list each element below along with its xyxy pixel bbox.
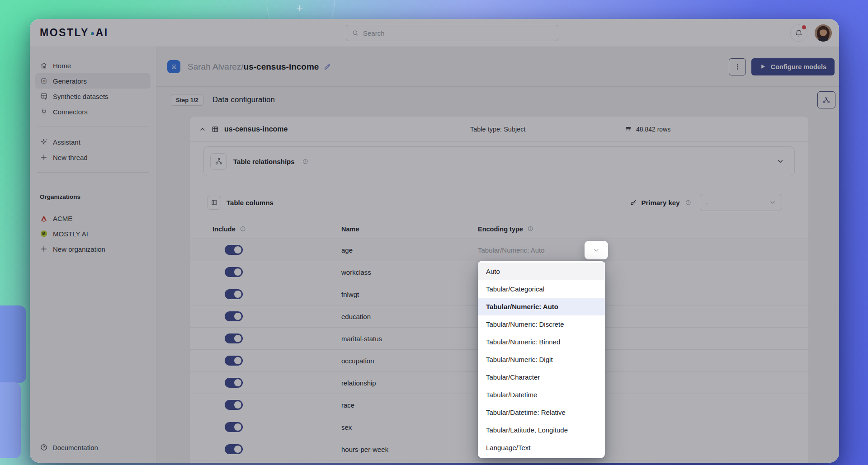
dropdown-option-label: Tabular/Numeric: Discrete	[486, 320, 564, 328]
dropdown-option-label: Language/Text	[486, 444, 530, 451]
dropdown-option[interactable]: Tabular/Numeric: Digit	[478, 351, 605, 368]
dropdown-option-label: Tabular/Character	[486, 373, 540, 381]
dropdown-option[interactable]: Tabular/Latitude, Longitude	[478, 421, 605, 439]
dropdown-option-label: Tabular/Categorical	[486, 285, 544, 293]
dropdown-option[interactable]: Auto	[478, 263, 605, 280]
dropdown-option-label: Auto	[486, 268, 500, 275]
dropdown-option[interactable]: Tabular/Categorical	[478, 280, 605, 298]
dropdown-option[interactable]: Tabular/Numeric: Binned	[478, 333, 605, 351]
dim-overlay	[30, 19, 839, 463]
backdrop-plus-shape: +	[296, 1, 303, 15]
encoding-type-dropdown: Auto Tabular/Categorical Tabular/Numeric…	[478, 261, 605, 458]
dropdown-option-label: Tabular/Datetime	[486, 391, 537, 399]
dropdown-option-label: Tabular/Numeric: Binned	[486, 338, 560, 346]
dropdown-option-label: Tabular/Numeric: Auto	[486, 303, 558, 310]
dropdown-option-label: Tabular/Datetime: Relative	[486, 409, 566, 416]
screen: + MOSTLY AI	[0, 0, 868, 465]
encoding-select-trigger[interactable]	[585, 241, 608, 259]
backdrop-shape	[0, 382, 21, 458]
backdrop-shape	[0, 305, 26, 383]
dropdown-option[interactable]: Tabular/Datetime: Relative	[478, 404, 605, 421]
dropdown-option[interactable]: Tabular/Datetime	[478, 386, 605, 404]
chevron-down-icon	[593, 247, 600, 254]
dropdown-option-label: Tabular/Latitude, Longitude	[486, 426, 568, 434]
dropdown-option-label: Tabular/Numeric: Digit	[486, 356, 553, 363]
dropdown-option[interactable]: Tabular/Numeric: Discrete	[478, 315, 605, 333]
dropdown-option[interactable]: Tabular/Numeric: Auto	[478, 298, 605, 315]
dropdown-option[interactable]: Language/Text	[478, 439, 605, 456]
dropdown-option[interactable]: Tabular/Character	[478, 368, 605, 386]
